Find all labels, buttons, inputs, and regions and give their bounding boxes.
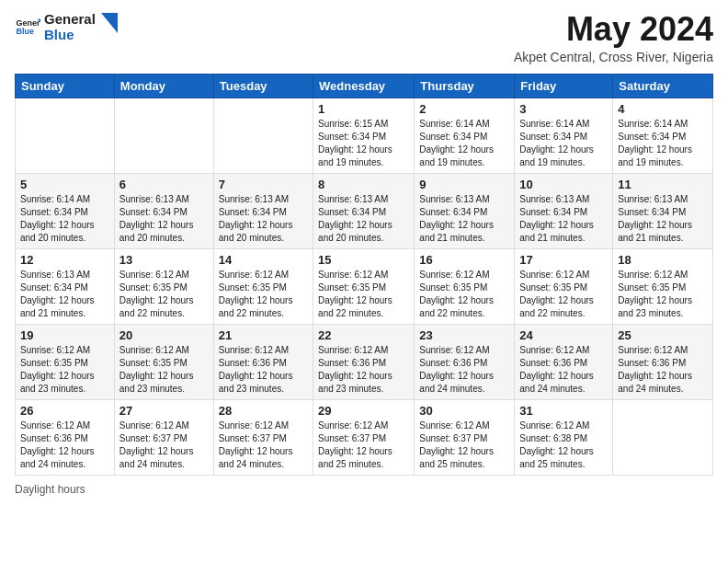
header: General Blue General Blue May 2024 Akpet… <box>15 11 713 64</box>
calendar-cell: 2Sunrise: 6:14 AM Sunset: 6:34 PM Daylig… <box>415 98 515 173</box>
calendar-cell: 17Sunrise: 6:12 AM Sunset: 6:35 PM Dayli… <box>515 248 613 324</box>
day-number: 9 <box>419 178 509 191</box>
calendar-cell <box>114 98 213 173</box>
calendar-week-row: 1Sunrise: 6:15 AM Sunset: 6:34 PM Daylig… <box>16 98 713 173</box>
day-info: Sunrise: 6:12 AM Sunset: 6:36 PM Dayligh… <box>20 419 109 471</box>
logo-icon: General Blue <box>15 14 40 40</box>
svg-text:General: General <box>16 18 40 28</box>
calendar-cell: 13Sunrise: 6:12 AM Sunset: 6:35 PM Dayli… <box>114 248 213 324</box>
calendar-cell: 16Sunrise: 6:12 AM Sunset: 6:35 PM Dayli… <box>415 248 515 324</box>
day-info: Sunrise: 6:12 AM Sunset: 6:36 PM Dayligh… <box>419 344 509 396</box>
col-header-monday: Monday <box>114 74 213 98</box>
day-info: Sunrise: 6:12 AM Sunset: 6:36 PM Dayligh… <box>219 344 308 396</box>
day-number: 7 <box>219 178 308 191</box>
calendar-cell: 30Sunrise: 6:12 AM Sunset: 6:37 PM Dayli… <box>415 399 515 475</box>
calendar-cell: 22Sunrise: 6:12 AM Sunset: 6:36 PM Dayli… <box>313 324 415 399</box>
day-info: Sunrise: 6:12 AM Sunset: 6:35 PM Dayligh… <box>219 269 308 320</box>
calendar-cell: 8Sunrise: 6:13 AM Sunset: 6:34 PM Daylig… <box>313 173 415 248</box>
calendar-cell: 19Sunrise: 6:12 AM Sunset: 6:35 PM Dayli… <box>16 324 115 399</box>
col-header-friday: Friday <box>515 74 613 98</box>
day-number: 26 <box>20 404 109 418</box>
calendar-cell: 1Sunrise: 6:15 AM Sunset: 6:34 PM Daylig… <box>313 98 415 173</box>
calendar-cell: 12Sunrise: 6:13 AM Sunset: 6:34 PM Dayli… <box>16 248 115 324</box>
day-number: 8 <box>318 178 409 191</box>
day-info: Sunrise: 6:12 AM Sunset: 6:38 PM Dayligh… <box>519 419 608 471</box>
day-number: 12 <box>20 253 109 267</box>
col-header-sunday: Sunday <box>16 74 115 98</box>
day-info: Sunrise: 6:12 AM Sunset: 6:37 PM Dayligh… <box>119 419 209 471</box>
day-number: 22 <box>318 328 409 342</box>
logo-general: General <box>44 11 96 27</box>
day-info: Sunrise: 6:13 AM Sunset: 6:34 PM Dayligh… <box>20 269 109 320</box>
calendar-cell <box>213 98 313 173</box>
calendar-cell <box>16 98 115 173</box>
month-title: May 2024 <box>514 11 713 48</box>
calendar-cell: 31Sunrise: 6:12 AM Sunset: 6:38 PM Dayli… <box>515 399 613 475</box>
calendar-cell: 26Sunrise: 6:12 AM Sunset: 6:36 PM Dayli… <box>16 399 115 475</box>
day-number: 2 <box>419 102 509 116</box>
day-number: 6 <box>119 178 209 191</box>
day-number: 21 <box>219 328 308 342</box>
day-number: 18 <box>618 253 708 267</box>
calendar-table: SundayMondayTuesdayWednesdayThursdayFrid… <box>15 74 713 476</box>
day-number: 19 <box>20 328 109 342</box>
day-number: 29 <box>318 404 409 418</box>
day-info: Sunrise: 6:12 AM Sunset: 6:35 PM Dayligh… <box>119 344 209 396</box>
day-number: 5 <box>20 178 109 191</box>
calendar-cell: 6Sunrise: 6:13 AM Sunset: 6:34 PM Daylig… <box>114 173 213 248</box>
calendar-cell: 20Sunrise: 6:12 AM Sunset: 6:35 PM Dayli… <box>114 324 213 399</box>
day-info: Sunrise: 6:12 AM Sunset: 6:37 PM Dayligh… <box>419 419 509 471</box>
page: General Blue General Blue May 2024 Akpet… <box>0 0 728 563</box>
day-info: Sunrise: 6:14 AM Sunset: 6:34 PM Dayligh… <box>519 118 608 169</box>
location-subtitle: Akpet Central, Cross River, Nigeria <box>514 50 713 64</box>
calendar-week-row: 19Sunrise: 6:12 AM Sunset: 6:35 PM Dayli… <box>16 324 713 399</box>
logo: General Blue General Blue <box>15 11 118 43</box>
day-number: 11 <box>618 178 708 191</box>
day-info: Sunrise: 6:14 AM Sunset: 6:34 PM Dayligh… <box>20 193 109 245</box>
calendar-cell: 3Sunrise: 6:14 AM Sunset: 6:34 PM Daylig… <box>515 98 613 173</box>
calendar-cell: 9Sunrise: 6:13 AM Sunset: 6:34 PM Daylig… <box>415 173 515 248</box>
day-number: 14 <box>219 253 308 267</box>
day-info: Sunrise: 6:13 AM Sunset: 6:34 PM Dayligh… <box>318 193 409 245</box>
col-header-tuesday: Tuesday <box>213 74 313 98</box>
day-info: Sunrise: 6:12 AM Sunset: 6:35 PM Dayligh… <box>618 269 708 320</box>
day-number: 4 <box>618 102 708 116</box>
calendar-cell: 15Sunrise: 6:12 AM Sunset: 6:35 PM Dayli… <box>313 248 415 324</box>
day-info: Sunrise: 6:12 AM Sunset: 6:37 PM Dayligh… <box>318 419 409 471</box>
day-number: 1 <box>318 102 409 116</box>
day-info: Sunrise: 6:12 AM Sunset: 6:35 PM Dayligh… <box>20 344 109 396</box>
day-info: Sunrise: 6:13 AM Sunset: 6:34 PM Dayligh… <box>419 193 509 245</box>
day-number: 17 <box>519 253 608 267</box>
day-info: Sunrise: 6:12 AM Sunset: 6:35 PM Dayligh… <box>119 269 209 320</box>
calendar-cell: 27Sunrise: 6:12 AM Sunset: 6:37 PM Dayli… <box>114 399 213 475</box>
day-info: Sunrise: 6:14 AM Sunset: 6:34 PM Dayligh… <box>419 118 509 169</box>
day-number: 3 <box>519 102 608 116</box>
calendar-cell <box>613 399 713 475</box>
day-number: 20 <box>119 328 209 342</box>
day-number: 13 <box>119 253 209 267</box>
day-info: Sunrise: 6:13 AM Sunset: 6:34 PM Dayligh… <box>119 193 209 245</box>
col-header-wednesday: Wednesday <box>313 74 415 98</box>
svg-text:Blue: Blue <box>16 28 34 37</box>
day-info: Sunrise: 6:12 AM Sunset: 6:36 PM Dayligh… <box>618 344 708 396</box>
col-header-thursday: Thursday <box>415 74 515 98</box>
calendar-cell: 21Sunrise: 6:12 AM Sunset: 6:36 PM Dayli… <box>213 324 313 399</box>
footer: Daylight hours <box>15 483 713 496</box>
day-info: Sunrise: 6:15 AM Sunset: 6:34 PM Dayligh… <box>318 118 409 169</box>
day-number: 31 <box>519 404 608 418</box>
calendar-cell: 24Sunrise: 6:12 AM Sunset: 6:36 PM Dayli… <box>515 324 613 399</box>
day-info: Sunrise: 6:12 AM Sunset: 6:35 PM Dayligh… <box>419 269 509 320</box>
day-info: Sunrise: 6:13 AM Sunset: 6:34 PM Dayligh… <box>219 193 308 245</box>
calendar-cell: 11Sunrise: 6:13 AM Sunset: 6:34 PM Dayli… <box>613 173 713 248</box>
calendar-header-row: SundayMondayTuesdayWednesdayThursdayFrid… <box>16 74 713 98</box>
day-info: Sunrise: 6:12 AM Sunset: 6:35 PM Dayligh… <box>318 269 409 320</box>
calendar-week-row: 5Sunrise: 6:14 AM Sunset: 6:34 PM Daylig… <box>16 173 713 248</box>
calendar-cell: 18Sunrise: 6:12 AM Sunset: 6:35 PM Dayli… <box>613 248 713 324</box>
calendar-cell: 5Sunrise: 6:14 AM Sunset: 6:34 PM Daylig… <box>16 173 115 248</box>
calendar-cell: 25Sunrise: 6:12 AM Sunset: 6:36 PM Dayli… <box>613 324 713 399</box>
svg-marker-3 <box>101 13 118 33</box>
logo-triangle-icon <box>101 13 118 33</box>
daylight-label: Daylight hours <box>15 483 85 496</box>
calendar-cell: 28Sunrise: 6:12 AM Sunset: 6:37 PM Dayli… <box>213 399 313 475</box>
title-block: May 2024 Akpet Central, Cross River, Nig… <box>514 11 713 64</box>
